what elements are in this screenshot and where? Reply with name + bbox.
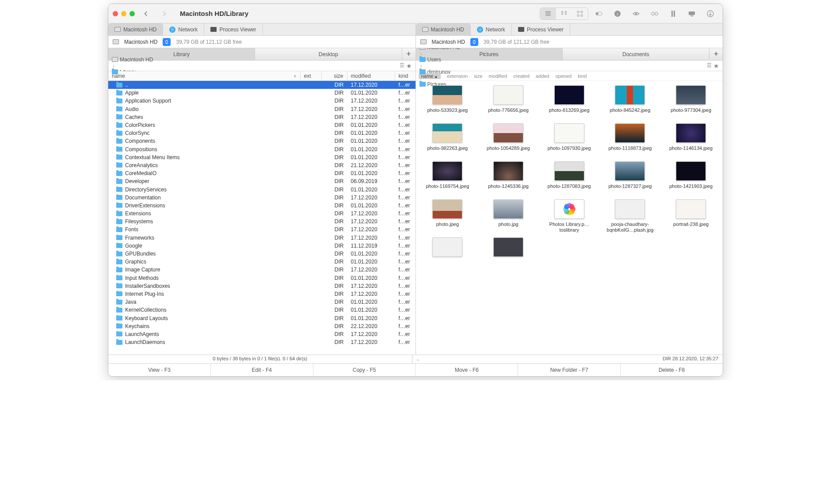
col-kind[interactable]: kind (395, 71, 416, 80)
thumbnail[interactable] (418, 237, 478, 260)
pane-tab-add-left[interactable]: + (402, 48, 416, 60)
sort-modified[interactable]: modified (489, 73, 507, 79)
sort-extension[interactable]: extension (447, 73, 468, 79)
nav-forward-button[interactable] (160, 9, 169, 19)
file-row[interactable]: LaunchDaemonsDIR17.12.2020f…er (108, 338, 416, 346)
fkey-4[interactable]: Edit - F4 (211, 364, 313, 376)
thumbnail[interactable]: photo-1245336.jpg (478, 161, 538, 197)
pane-tab-add-right[interactable]: + (709, 48, 723, 60)
fkey-8[interactable]: Delete - F8 (621, 364, 723, 376)
col-modified[interactable]: modified (347, 71, 395, 80)
thumbnail[interactable]: photo-1097930.jpeg (539, 123, 599, 159)
file-row[interactable]: ExtensionsDIR17.12.2020f…er (108, 210, 416, 218)
pane-tab-left-1[interactable]: Desktop (255, 48, 402, 60)
fkey-5[interactable]: Copy - F5 (313, 364, 416, 376)
thumbnail[interactable]: photo-813269.jpeg (539, 85, 599, 121)
file-row[interactable]: CoreAnalyticsDIR21.12.2020f…er (108, 161, 416, 169)
location-tab-right-2[interactable]: Process Viewer (512, 23, 570, 35)
file-row[interactable]: Application SupportDIR17.12.2020f…er (108, 97, 416, 105)
col-ext[interactable]: ext (301, 71, 322, 80)
thumbnail[interactable]: photo-776656.jpeg (478, 85, 538, 121)
thumbnail[interactable]: photo.jpg (478, 199, 538, 235)
column-view-button[interactable] (556, 8, 572, 19)
zoom-window-button[interactable] (130, 11, 135, 16)
thumbnail[interactable]: portrait-238.jpeg (661, 199, 721, 235)
file-row[interactable]: InstallerSandboxesDIR17.12.2020f…er (108, 282, 416, 290)
file-row[interactable]: FrameworksDIR17.12.2020f…er (108, 234, 416, 242)
thumbnail[interactable]: photo-1287327.jpeg (600, 161, 660, 197)
thumbnail[interactable]: photo-845242.jpeg (600, 85, 660, 121)
thumbnail[interactable]: photo-982263.jpeg (418, 123, 478, 159)
favorite-icon[interactable]: ★ (713, 62, 719, 69)
thumbnail[interactable]: photo-977304.jpeg (661, 85, 721, 121)
breadcrumb-seg[interactable]: Users (419, 57, 461, 63)
location-tab-left-1[interactable]: Network (163, 23, 204, 35)
info-icon[interactable]: i (610, 8, 625, 19)
location-tab-right-0[interactable]: Macintosh HD (416, 23, 471, 35)
file-row[interactable]: Keyboard LayoutsDIR01.01.2020f…er (108, 314, 416, 322)
file-row[interactable]: CachesDIR17.12.2020f…er (108, 113, 416, 121)
list-view-button[interactable] (540, 8, 556, 19)
file-row[interactable]: GraphicsDIR01.01.2020f…er (108, 258, 416, 266)
file-row[interactable]: KeychainsDIR22.12.2020f…er (108, 322, 416, 330)
location-tab-left-0[interactable]: Macintosh HD (108, 23, 163, 35)
file-row[interactable]: ComponentsDIR01.01.2020f…er (108, 137, 416, 145)
col-name[interactable]: name∧ (108, 71, 301, 80)
sort-size[interactable]: size (474, 73, 483, 79)
quicklook-icon[interactable] (628, 8, 644, 19)
view-menu-icon[interactable]: ☰ (707, 62, 712, 69)
file-row[interactable]: LaunchAgentsDIR17.12.2020f…er (108, 330, 416, 338)
sort-opened[interactable]: opened (555, 73, 572, 79)
thumbnail[interactable]: photo-1146134.jpeg (661, 123, 721, 159)
file-row[interactable]: DriverExtensionsDIR01.01.2020f…er (108, 202, 416, 210)
nav-back-button[interactable] (141, 9, 151, 19)
drive-dropdown-left[interactable] (163, 38, 171, 46)
sort-added[interactable]: added (536, 73, 549, 79)
fkey-3[interactable]: View - F3 (108, 364, 211, 376)
file-row[interactable]: Internet Plug-InsDIR17.12.2020f…er (108, 290, 416, 298)
icon-grid-right[interactable]: photo-533923.jpegphoto-776656.jpegphoto-… (416, 81, 723, 355)
file-row[interactable]: GoogleDIR11.12.2019f…er (108, 242, 416, 250)
thumbnail[interactable]: photo-1421903.jpeg (661, 161, 721, 197)
compare-icon[interactable] (647, 8, 663, 19)
desktop-icon[interactable] (684, 8, 700, 19)
sort-kind[interactable]: kind (578, 73, 587, 79)
file-row[interactable]: DocumentationDIR17.12.2020f…er (108, 194, 416, 202)
file-list-left[interactable]: ..DIR17.12.2020f…erAppleDIR01.01.2020f…e… (108, 81, 416, 355)
location-tab-right-1[interactable]: Network (471, 23, 512, 35)
minimize-window-button[interactable] (121, 11, 126, 16)
file-row[interactable]: FilesystemsDIR17.12.2020f…er (108, 218, 416, 225)
thumbnail[interactable]: Photos Library.p…toslibrary (539, 199, 599, 235)
file-row[interactable]: AppleDIR01.01.2020f…er (108, 89, 416, 97)
col-size[interactable]: size (322, 71, 347, 80)
file-row[interactable]: Contextual Menu ItemsDIR01.01.2020f…er (108, 153, 416, 161)
file-row[interactable]: FontsDIR17.12.2020f…er (108, 225, 416, 233)
eject-icon[interactable] (702, 8, 718, 19)
file-row[interactable]: ..DIR17.12.2020f…er (108, 81, 416, 89)
fkey-6[interactable]: Move - F6 (416, 364, 518, 376)
sort-created[interactable]: created (513, 73, 530, 79)
favorite-icon[interactable]: ★ (406, 62, 412, 69)
thumbnail[interactable] (478, 237, 538, 260)
pane-tab-right-1[interactable]: Documents (563, 48, 709, 60)
file-row[interactable]: JavaDIR01.01.2020f…er (108, 298, 416, 306)
thumbnail[interactable]: photo-1054289.jpeg (478, 123, 538, 159)
file-row[interactable]: ColorSyncDIR01.01.2020f…er (108, 129, 416, 137)
file-row[interactable]: CompositionsDIR01.01.2020f…er (108, 145, 416, 153)
file-row[interactable]: DirectoryServicesDIR01.01.2020f…er (108, 185, 416, 193)
breadcrumb-seg[interactable]: Macintosh HD (112, 57, 153, 63)
file-row[interactable]: CoreMediaIODIR01.01.2020f…er (108, 169, 416, 177)
thumbnail[interactable]: photo-1287083.jpeg (539, 161, 599, 197)
file-row[interactable]: Image CaptureDIR17.12.2020f…er (108, 266, 416, 274)
file-row[interactable]: KernelCollectionsDIR01.01.2020f…er (108, 306, 416, 314)
thumbnail[interactable]: pooja-chaudhary-bqnbKxilG…plash.jpg (600, 199, 660, 235)
terminal-icon[interactable] (665, 8, 681, 19)
icon-view-button[interactable] (572, 8, 588, 19)
thumbnail[interactable]: photo-1169754.jpeg (418, 161, 478, 197)
view-menu-icon[interactable]: ☰ (400, 62, 404, 69)
location-tab-left-2[interactable]: Process Viewer (204, 23, 263, 35)
file-row[interactable]: ColorPickersDIR01.01.2020f…er (108, 121, 416, 129)
close-window-button[interactable] (113, 11, 118, 16)
file-row[interactable]: Input MethodsDIR01.01.2020f…er (108, 274, 416, 282)
file-row[interactable]: DeveloperDIR06.09.2019f…er (108, 177, 416, 185)
